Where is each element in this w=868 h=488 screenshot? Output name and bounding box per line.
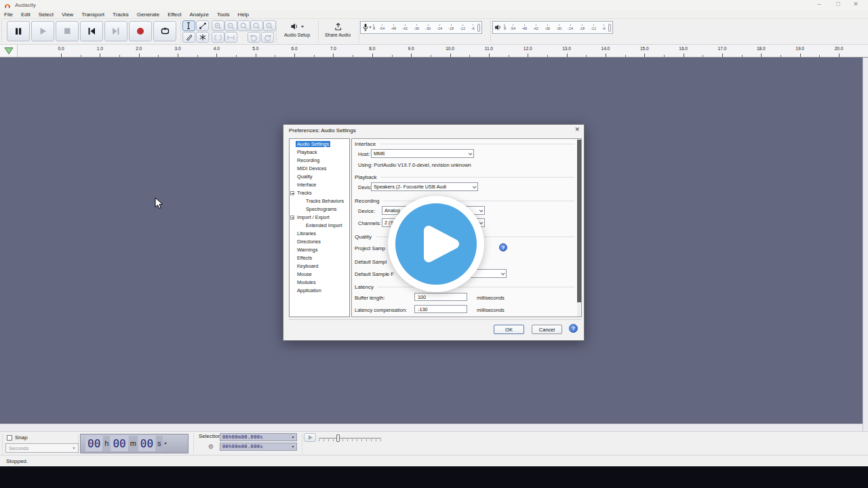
toolbar-drag-handle[interactable] <box>180 20 182 43</box>
latency-compensation-input[interactable]: -130 <box>414 305 467 313</box>
snap-mode-select[interactable]: Seconds <box>5 443 79 453</box>
tree-item-application[interactable]: Application <box>290 287 349 295</box>
tree-item-mouse[interactable]: Mouse <box>290 270 349 279</box>
zoom-fit-button[interactable] <box>250 20 263 31</box>
maximize-button[interactable]: □ <box>831 1 845 7</box>
playback-speed-slider[interactable] <box>319 434 381 442</box>
silence-audio-button[interactable] <box>224 32 237 43</box>
dialog-titlebar[interactable]: Preferences: Audio Settings ✕ <box>283 125 584 136</box>
envelope-tool-button[interactable] <box>196 20 209 31</box>
menu-item-tracks[interactable]: Tracks <box>108 10 133 19</box>
audio-setup-button[interactable]: Audio Setup <box>277 20 317 43</box>
multi-tool-button[interactable] <box>196 32 209 43</box>
tree-item-tracks-behaviors[interactable]: Tracks Behaviors <box>290 197 349 205</box>
audio-position-display[interactable]: 00h 00m 00s <box>80 434 189 453</box>
share-upload-icon <box>334 22 342 31</box>
share-audio-button[interactable]: Share Audio <box>319 20 357 43</box>
tree-item-libraries[interactable]: Libraries <box>290 230 349 238</box>
pause-button[interactable] <box>7 21 30 41</box>
dialog-close-icon[interactable]: ✕ <box>574 126 580 133</box>
toolbar-drag-handle[interactable] <box>209 20 211 43</box>
playback-device-select[interactable]: Speakers (2- Focusrite USB Audi <box>371 182 478 191</box>
menu-item-transport[interactable]: Transport <box>77 10 108 19</box>
menu-item-analyze[interactable]: Analyze <box>185 10 212 19</box>
stop-button[interactable] <box>56 21 79 41</box>
minimize-button[interactable]: – <box>812 1 826 7</box>
play-button[interactable] <box>31 21 54 41</box>
zoom-toggle-button[interactable] <box>263 20 276 31</box>
menu-item-select[interactable]: Select <box>35 10 58 19</box>
skip-to-end-button[interactable] <box>104 21 127 41</box>
time-minutes[interactable]: 00 <box>111 436 127 451</box>
time-hours[interactable]: 00 <box>85 436 102 451</box>
tree-item-effects[interactable]: Effects <box>290 254 349 262</box>
menu-item-tools[interactable]: Tools <box>213 10 234 19</box>
toolbar-drag-handle[interactable] <box>1 20 3 43</box>
toolbar-drag-handle[interactable] <box>77 434 79 453</box>
tree-item-keyboard[interactable]: Keyboard <box>290 262 349 270</box>
ruler-tick <box>450 54 451 57</box>
redo-button[interactable] <box>261 32 274 43</box>
menu-item-help[interactable]: Help <box>234 10 253 19</box>
tree-item-midi-devices[interactable]: MIDI Devices <box>290 165 349 173</box>
skip-to-start-button[interactable] <box>80 21 103 41</box>
dialog-help-icon[interactable]: ? <box>569 324 578 333</box>
ok-button[interactable]: OK <box>494 325 524 334</box>
ruler-label: 4.0 <box>214 46 220 51</box>
toolbar-drag-handle[interactable] <box>301 433 303 453</box>
toolbar-drag-handle[interactable] <box>193 433 195 453</box>
playback-meter[interactable]: LR -54-48-42-36-30-24-18-12-6 <box>492 21 613 34</box>
play-at-speed-button[interactable] <box>304 433 316 442</box>
menu-item-edit[interactable]: Edit <box>17 10 35 19</box>
tree-item-extended-import[interactable]: Extended Import <box>290 222 349 230</box>
draw-tool-button[interactable] <box>182 32 195 43</box>
toolbar-drag-handle[interactable] <box>1 434 3 453</box>
timeline-ruler[interactable]: 0.01.02.03.04.05.06.07.08.09.010.011.012… <box>0 45 868 58</box>
recording-meter[interactable]: LR -54-48-42-36-30-24-18-12-6 <box>360 21 482 34</box>
undo-button[interactable] <box>248 32 260 43</box>
ruler-label: 14.0 <box>601 46 610 51</box>
tree-item-import-export[interactable]: Import / Export <box>290 214 349 222</box>
record-button[interactable] <box>129 21 152 41</box>
tree-item-warnings[interactable]: Warnings <box>290 246 349 254</box>
loop-button[interactable] <box>153 21 176 41</box>
selection-end-field[interactable]: 00h00m00.000s <box>220 443 297 451</box>
tree-item-audio-settings[interactable]: Audio Settings <box>290 140 349 148</box>
dialog-scrollbar[interactable] <box>577 139 581 317</box>
tree-item-quality[interactable]: Quality <box>290 173 349 181</box>
cancel-button[interactable]: Cancel <box>532 325 562 334</box>
selection-tool-button[interactable] <box>182 20 195 31</box>
tree-item-directories[interactable]: Directories <box>290 238 349 246</box>
menu-item-effect[interactable]: Effect <box>163 10 185 19</box>
selection-settings-gear-icon[interactable]: ⚙ <box>208 443 214 450</box>
pinned-playhead-button[interactable] <box>0 45 18 57</box>
scrollbar-thumb[interactable] <box>577 140 581 302</box>
tree-item-tracks[interactable]: Tracks <box>290 189 349 197</box>
zoom-selection-button[interactable] <box>237 20 250 31</box>
video-play-overlay[interactable] <box>385 193 487 298</box>
time-seconds[interactable]: 00 <box>138 436 155 451</box>
tree-expander-icon[interactable] <box>290 191 294 195</box>
host-select[interactable]: MME <box>371 149 474 158</box>
zoom-in-button[interactable] <box>212 20 224 31</box>
vertical-scrollbar[interactable] <box>863 58 868 431</box>
toolbar-drag-handle[interactable] <box>490 20 492 43</box>
chevron-down-icon <box>292 436 294 438</box>
tree-item-spectrograms[interactable]: Spectrograms <box>290 205 349 214</box>
menu-item-generate[interactable]: Generate <box>133 10 163 19</box>
trim-audio-button[interactable] <box>212 32 224 43</box>
close-button[interactable]: ✕ <box>849 1 863 7</box>
menu-item-file[interactable]: File <box>0 10 17 19</box>
quality-help-icon[interactable]: ? <box>499 243 507 251</box>
horizontal-scrollbar[interactable] <box>0 424 863 431</box>
selection-start-field[interactable]: 00h00m00.000s <box>220 433 297 441</box>
tree-expander-icon[interactable] <box>290 216 294 220</box>
slider-thumb[interactable] <box>336 434 340 442</box>
zoom-out-button[interactable] <box>224 20 237 31</box>
tree-item-playback[interactable]: Playback <box>290 148 349 157</box>
snap-checkbox[interactable] <box>7 435 12 441</box>
menu-item-view[interactable]: View <box>58 10 77 19</box>
tree-item-interface[interactable]: Interface <box>290 181 349 189</box>
tree-item-recording[interactable]: Recording <box>290 157 349 165</box>
tree-item-modules[interactable]: Modules <box>290 279 349 287</box>
